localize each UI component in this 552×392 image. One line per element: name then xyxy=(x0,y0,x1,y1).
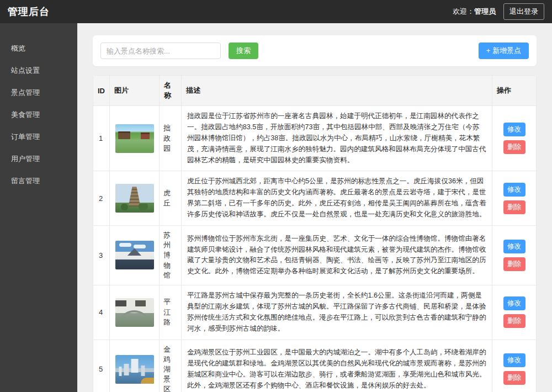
delete-button[interactable]: 删除 xyxy=(503,371,526,385)
table-row: 3 苏州博物馆 苏州博物馆位于苏州市东北街，是一座集历史、艺术、文化于一体的综合… xyxy=(93,226,537,285)
column-header-id: ID xyxy=(93,76,110,106)
spot-actions-cell: 修改 删除 xyxy=(492,285,537,340)
column-header-actions: 操作 xyxy=(492,76,537,106)
delete-button[interactable]: 删除 xyxy=(503,140,526,154)
spots-table: ID 图片 名称 描述 操作 1 拙政园 拙政园是位于江苏省苏州市的一座著名古典… xyxy=(93,75,537,392)
spot-description: 苏州博物馆位于苏州市东北街，是一座集历史、艺术、文化于一体的综合性博物馆。博物馆… xyxy=(182,226,492,285)
spot-thumbnail xyxy=(115,184,154,213)
spots-table-card: ID 图片 名称 描述 操作 1 拙政园 拙政园是位于江苏省苏州市的一座著名古典… xyxy=(93,75,537,392)
sidebar: 概览 站点设置 景点管理 美食管理 订单管理 用户管理 留言管理 xyxy=(0,23,77,392)
welcome-prefix: 欢迎： xyxy=(453,7,474,15)
spot-description: 平江路是苏州古城中保存最为完整的一条历史老街，全长约1.6公里。这条街道沿河而建… xyxy=(182,285,492,340)
edit-button[interactable]: 修改 xyxy=(503,240,526,253)
sidebar-item-order-management[interactable]: 订单管理 xyxy=(0,126,77,148)
search-input[interactable] xyxy=(100,43,221,59)
spot-id: 4 xyxy=(93,285,110,340)
main-content: 搜索 + 新增景点 ID 图片 名称 描述 操作 1 拙政园 拙政园是 xyxy=(77,23,552,392)
add-spot-button[interactable]: + 新增景点 xyxy=(479,43,529,59)
spot-actions-cell: 修改 删除 xyxy=(492,340,537,392)
column-header-description: 描述 xyxy=(182,76,492,106)
spot-thumbnail xyxy=(115,298,154,327)
delete-button[interactable]: 删除 xyxy=(503,200,526,214)
welcome-text: 欢迎：管理员 xyxy=(453,7,496,17)
sidebar-item-site-settings[interactable]: 站点设置 xyxy=(0,60,77,82)
spot-id: 2 xyxy=(93,171,110,226)
top-bar: 管理后台 欢迎：管理员 退出登录 xyxy=(0,0,552,23)
sidebar-item-food-management[interactable]: 美食管理 xyxy=(0,104,77,126)
table-header: ID 图片 名称 描述 操作 xyxy=(93,76,537,106)
spot-description: 虎丘位于苏州城西北郊，距离市中心约5公里，是苏州的标志性景点之一。虎丘海拔仅36… xyxy=(182,171,492,226)
spot-name: 平江路 xyxy=(160,285,182,340)
spot-actions-cell: 修改 删除 xyxy=(492,226,537,285)
sidebar-item-spot-management[interactable]: 景点管理 xyxy=(0,82,77,104)
spot-actions-cell: 修改 删除 xyxy=(492,106,537,171)
spot-image-cell xyxy=(110,106,160,171)
spot-thumbnail xyxy=(115,241,154,269)
delete-button[interactable]: 删除 xyxy=(503,314,526,328)
spot-name: 虎丘 xyxy=(160,171,182,226)
spot-id: 5 xyxy=(93,340,110,392)
spot-id: 1 xyxy=(93,106,110,171)
column-header-image: 图片 xyxy=(110,76,160,106)
search-button[interactable]: 搜索 xyxy=(229,43,258,59)
table-row: 2 虎丘 虎丘位于苏州城西北郊，距离市中心约5公里，是苏州的标志性景点之一。虎丘… xyxy=(93,171,537,226)
spot-id: 3 xyxy=(93,226,110,285)
edit-button[interactable]: 修改 xyxy=(503,183,526,197)
spot-actions-cell: 修改 删除 xyxy=(492,171,537,226)
spot-thumbnail xyxy=(115,355,154,384)
spot-image-cell xyxy=(110,226,160,285)
spot-image-cell xyxy=(110,340,160,392)
spot-description: 拙政园是位于江苏省苏州市的一座著名古典园林，始建于明代正德初年，是江南园林的代表… xyxy=(182,106,492,171)
spot-name: 苏州博物馆 xyxy=(160,226,182,285)
column-header-name: 名称 xyxy=(160,76,182,106)
spot-description: 金鸡湖景区位于苏州工业园区，是中国最大的内城湖泊之一。湖中有多个人工岛屿，环绕着… xyxy=(182,340,492,392)
delete-button[interactable]: 删除 xyxy=(503,257,526,271)
current-username: 管理员 xyxy=(474,7,496,15)
table-row: 1 拙政园 拙政园是位于江苏省苏州市的一座著名古典园林，始建于明代正德初年，是江… xyxy=(93,106,537,171)
spot-name: 拙政园 xyxy=(160,106,182,171)
edit-button[interactable]: 修改 xyxy=(503,353,526,367)
edit-button[interactable]: 修改 xyxy=(503,123,526,136)
logout-button[interactable]: 退出登录 xyxy=(503,3,544,20)
sidebar-item-overview[interactable]: 概览 xyxy=(0,38,77,60)
spot-image-cell xyxy=(110,171,160,226)
spot-image-cell xyxy=(110,285,160,340)
sidebar-item-user-management[interactable]: 用户管理 xyxy=(0,148,77,170)
table-row: 5 金鸡湖景区 金鸡湖景区位于苏州工业园区，是中国最大的内城湖泊之一。湖中有多个… xyxy=(93,340,537,392)
table-body: 1 拙政园 拙政园是位于江苏省苏州市的一座著名古典园林，始建于明代正德初年，是江… xyxy=(93,106,537,392)
edit-button[interactable]: 修改 xyxy=(503,296,526,310)
app-title: 管理后台 xyxy=(8,5,50,18)
sidebar-item-message-management[interactable]: 留言管理 xyxy=(0,170,77,192)
spot-name: 金鸡湖景区 xyxy=(160,340,182,392)
spot-thumbnail xyxy=(115,124,154,153)
search-toolbar: 搜索 + 新增景点 xyxy=(93,35,537,66)
table-row: 4 平江路 平江路是苏州古城中保存最为完整的一条历史老街，全长约1.6公里。这条… xyxy=(93,285,537,340)
